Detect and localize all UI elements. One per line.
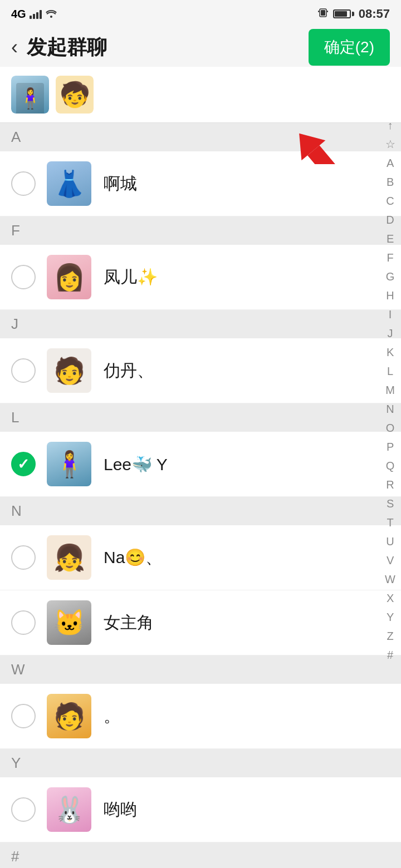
alpha-e[interactable]: E bbox=[383, 229, 397, 248]
avatar-nvzhujiao: 🐱 bbox=[47, 600, 91, 645]
contact-row-fenger[interactable]: 👩 凤儿✨ bbox=[0, 245, 401, 310]
contact-row-leey[interactable]: 🧍‍♀️ Lee🐳 Y bbox=[0, 432, 401, 497]
alpha-star[interactable]: ☆ bbox=[382, 135, 399, 154]
avatar-yaoyao: 🐰 bbox=[47, 787, 91, 832]
signal-bars bbox=[30, 9, 42, 19]
checkbox-wdot[interactable] bbox=[11, 704, 36, 728]
status-right: 08:57 bbox=[317, 7, 390, 21]
alpha-o[interactable]: O bbox=[383, 418, 398, 437]
alpha-h[interactable]: H bbox=[383, 286, 397, 305]
contact-name-jiudan: 仂丹、 bbox=[104, 359, 154, 382]
selected-avatars-strip: 🧍‍♀️ 🧒 bbox=[0, 67, 401, 123]
alpha-y[interactable]: Y bbox=[383, 608, 397, 627]
page-title: 发起群聊 bbox=[27, 34, 309, 61]
checkbox-nvzhujiao[interactable] bbox=[11, 610, 36, 635]
contact-list: A 👗 啊城 F 👩 凤儿✨ J 🧑 仂丹、 L 🧍‍♀️ Lee🐳 Y N bbox=[0, 123, 401, 868]
header: ‹ 发起群聊 确定(2) bbox=[0, 28, 401, 67]
contact-name-yaoyao: 哟哟 bbox=[104, 798, 137, 821]
alphabet-index: ↑ ☆ A B C D E F G H I J K L M N O P Q R … bbox=[379, 111, 401, 669]
alpha-r[interactable]: R bbox=[383, 475, 397, 494]
signal-label: 4G bbox=[11, 8, 26, 21]
avatar-fenger: 👩 bbox=[47, 255, 91, 299]
contact-name-acheng: 啊城 bbox=[104, 172, 137, 195]
alpha-g[interactable]: G bbox=[383, 267, 398, 286]
wifi-icon bbox=[45, 8, 57, 21]
checkbox-fenger[interactable] bbox=[11, 265, 36, 289]
contact-name-leey: Lee🐳 Y bbox=[104, 455, 168, 474]
checkbox-leey[interactable] bbox=[11, 452, 36, 476]
section-header-hash: # bbox=[0, 842, 401, 868]
section-header-a: A bbox=[0, 123, 401, 151]
contact-name-na: Na😊、 bbox=[104, 546, 162, 569]
contact-row-yaoyao[interactable]: 🐰 哟哟 bbox=[0, 777, 401, 842]
alpha-v[interactable]: V bbox=[383, 551, 397, 570]
avatar-wdot: 🧑 bbox=[47, 694, 91, 738]
back-button[interactable]: ‹ bbox=[11, 36, 18, 59]
alpha-f[interactable]: F bbox=[383, 248, 397, 267]
contact-row-jiudan[interactable]: 🧑 仂丹、 bbox=[0, 338, 401, 403]
contact-name-wdot: 。 bbox=[104, 705, 120, 728]
selected-avatar-336: 🧒 bbox=[56, 76, 94, 114]
alpha-c[interactable]: C bbox=[383, 191, 397, 210]
checkbox-yaoyao[interactable] bbox=[11, 797, 36, 822]
alpha-z[interactable]: Z bbox=[383, 627, 397, 645]
checkbox-jiudan[interactable] bbox=[11, 358, 36, 383]
alpha-a[interactable]: A bbox=[383, 154, 397, 172]
selected-avatar-lee: 🧍‍♀️ bbox=[11, 76, 49, 114]
alpha-x[interactable]: X bbox=[383, 589, 397, 608]
section-header-y: Y bbox=[0, 749, 401, 777]
alpha-u[interactable]: U bbox=[383, 532, 397, 551]
alpha-w[interactable]: W bbox=[382, 570, 399, 589]
alpha-l[interactable]: L bbox=[384, 362, 397, 381]
battery-icon bbox=[333, 9, 354, 18]
alpha-m[interactable]: M bbox=[382, 381, 398, 400]
checkbox-acheng[interactable] bbox=[11, 171, 36, 196]
status-left: 4G bbox=[11, 8, 57, 21]
alpha-hash[interactable]: # bbox=[384, 645, 397, 664]
section-header-w: W bbox=[0, 655, 401, 684]
avatar-jiudan: 🧑 bbox=[47, 348, 91, 393]
avatar-leey: 🧍‍♀️ bbox=[47, 442, 91, 486]
avatar-acheng: 👗 bbox=[47, 161, 91, 206]
svg-rect-2 bbox=[318, 11, 319, 12]
alpha-j[interactable]: J bbox=[384, 324, 397, 343]
alpha-n[interactable]: N bbox=[383, 400, 397, 418]
status-bar: 4G bbox=[0, 0, 401, 28]
section-header-n: N bbox=[0, 497, 401, 525]
vibrate-icon bbox=[317, 7, 329, 21]
confirm-button[interactable]: 确定(2) bbox=[309, 29, 390, 66]
alpha-up[interactable]: ↑ bbox=[384, 116, 397, 135]
contact-row-wdot[interactable]: 🧑 。 bbox=[0, 684, 401, 749]
alpha-d[interactable]: D bbox=[383, 210, 397, 229]
contact-row-na[interactable]: 👧 Na😊、 bbox=[0, 525, 401, 590]
contact-row-nvzhujiao[interactable]: 🐱 女主角 bbox=[0, 590, 401, 655]
contact-name-nvzhujiao: 女主角 bbox=[104, 611, 154, 634]
alpha-k[interactable]: K bbox=[383, 343, 397, 362]
alpha-p[interactable]: P bbox=[383, 437, 397, 456]
section-header-j: J bbox=[0, 310, 401, 338]
contact-name-fenger: 凤儿✨ bbox=[104, 266, 158, 289]
alpha-t[interactable]: T bbox=[383, 513, 397, 532]
avatar-na: 👧 bbox=[47, 535, 91, 580]
alpha-i[interactable]: I bbox=[385, 305, 395, 324]
alpha-b[interactable]: B bbox=[383, 172, 397, 191]
contact-row-acheng[interactable]: 👗 啊城 bbox=[0, 151, 401, 216]
section-header-l: L bbox=[0, 403, 401, 432]
svg-rect-1 bbox=[321, 10, 325, 16]
checkbox-na[interactable] bbox=[11, 545, 36, 570]
time-display: 08:57 bbox=[359, 7, 390, 21]
svg-rect-3 bbox=[327, 11, 328, 12]
section-header-f: F bbox=[0, 216, 401, 245]
alpha-s[interactable]: S bbox=[383, 494, 397, 513]
alpha-q[interactable]: Q bbox=[383, 456, 398, 475]
